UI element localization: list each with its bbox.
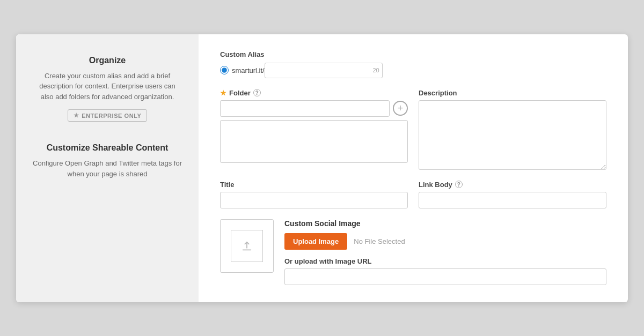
folder-label-text: Folder [229,89,251,97]
link-body-field-group: Link Body ? [419,181,606,208]
custom-alias-label: Custom Alias [220,50,606,58]
alias-row: smarturl.it/ 20 [220,63,606,78]
title-field-group: Title [220,181,408,208]
social-image-section: Custom Social Image Upload Image No File… [220,219,606,285]
sidebar-customize-title: Customize Shareable Content [32,143,182,153]
link-body-input[interactable] [419,192,606,208]
sidebar-organize-section: Organize Create your custom alias and ad… [32,56,182,122]
link-body-label: Link Body ? [419,181,606,189]
no-file-text: No File Selected [354,237,405,245]
image-preview-box [220,219,274,273]
folder-input[interactable] [220,100,390,117]
description-field-group: Description [419,89,606,170]
alias-char-count: 20 [372,67,379,73]
link-body-label-text: Link Body [419,181,452,189]
image-url-input[interactable] [284,268,606,285]
folder-add-button[interactable]: + [393,101,408,116]
alias-input[interactable] [265,63,383,78]
sidebar-organize-description: Create your custom alias and add a brief… [32,71,182,102]
link-body-help-icon[interactable]: ? [455,181,463,188]
upload-row: Upload Image No File Selected [284,233,606,250]
image-url-label: Or upload with Image URL [284,257,606,265]
enterprise-badge-label: ENTERPRISE ONLY [82,113,141,119]
title-label: Title [220,181,408,189]
star-icon: ★ [74,112,79,119]
folder-help-icon[interactable]: ? [253,89,261,96]
social-image-label: Custom Social Image [284,219,606,228]
folder-star: ★ [220,89,226,97]
alias-prefix: smarturl.it/ [232,66,265,74]
upload-image-button[interactable]: Upload Image [284,233,347,250]
sidebar-customize-section: Customize Shareable Content Configure Op… [32,143,182,186]
alias-radio-label[interactable]: smarturl.it/ [220,66,265,74]
folder-label: ★ Folder ? [220,89,408,97]
description-label: Description [419,89,606,97]
main-card: Organize Create your custom alias and ad… [16,34,628,302]
folder-description-row: ★ Folder ? + Description [220,89,606,170]
sidebar: Organize Create your custom alias and ad… [16,34,199,302]
folder-field-group: ★ Folder ? + [220,89,408,170]
description-textarea[interactable] [419,100,606,170]
main-content: Custom Alias smarturl.it/ 20 ★ Folder ? [199,34,628,302]
alias-input-wrapper: 20 [265,63,383,78]
enterprise-badge: ★ ENTERPRISE ONLY [68,109,148,122]
title-input[interactable] [220,192,408,208]
sidebar-customize-description: Configure Open Graph and Twitter meta ta… [32,158,182,179]
title-linkbody-row: Title Link Body ? [220,181,606,208]
social-image-right: Custom Social Image Upload Image No File… [284,219,606,285]
upload-arrow-icon [241,240,253,252]
image-preview-inner [231,230,263,262]
folder-tags-area [220,120,408,163]
folder-input-row: + [220,100,408,117]
title-label-text: Title [220,181,235,189]
description-label-text: Description [419,89,457,97]
sidebar-organize-title: Organize [32,56,182,65]
alias-radio-input[interactable] [220,66,229,74]
